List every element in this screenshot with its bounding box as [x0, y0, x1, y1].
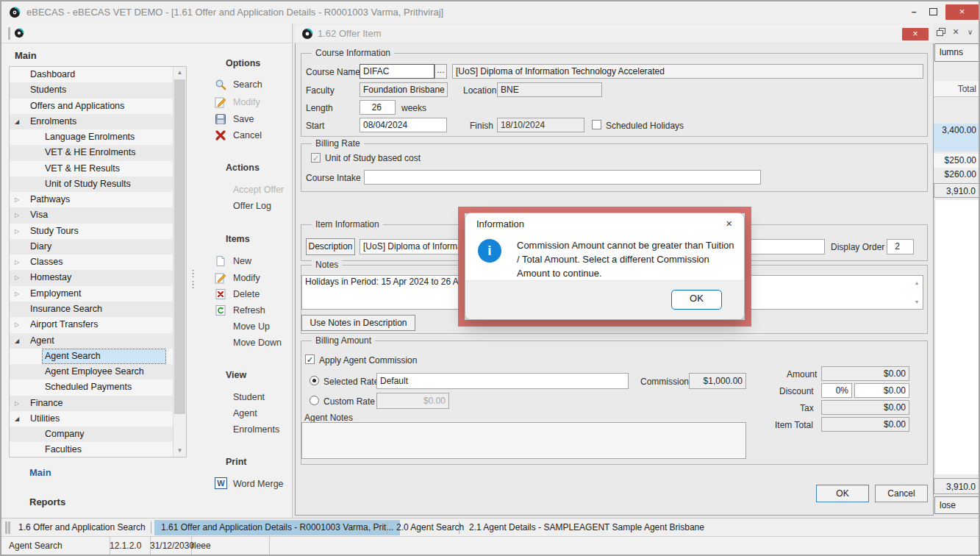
custom-rate-label: Custom Rate: [323, 396, 375, 407]
view-agent[interactable]: Agent: [233, 408, 257, 418]
grid-row-total-2[interactable]: [934, 138, 980, 152]
selected-rate-radio[interactable]: [310, 376, 319, 385]
tree-item-agent[interactable]: ◢Agent: [10, 333, 175, 349]
scroll-down-icon[interactable]: ▼: [174, 445, 186, 457]
tree-item-airport-transfers[interactable]: ▷Airport Transfers: [10, 317, 175, 332]
offer-item-cancel-button[interactable]: Cancel: [875, 485, 928, 502]
nav-section-main[interactable]: Main: [29, 467, 51, 478]
grid-row-total-4[interactable]: $260.00: [934, 168, 980, 182]
course-intake-combo[interactable]: [364, 170, 761, 185]
actions-offer-log[interactable]: Offer Log: [233, 201, 271, 211]
columns-button[interactable]: lumns: [934, 43, 980, 62]
scroll-down-icon[interactable]: ▼: [912, 296, 921, 307]
scrollbar-thumb[interactable]: [174, 79, 185, 414]
scroll-up-icon[interactable]: ▲: [912, 277, 921, 288]
options-save[interactable]: Save: [233, 114, 254, 124]
tree-item-dashboard[interactable]: Dashboard: [10, 67, 175, 82]
tree-item-utilities[interactable]: ◢Utilities: [10, 411, 175, 427]
tree-item-agent-search[interactable]: Agent Search: [10, 349, 175, 364]
expander-open-icon[interactable]: ◢: [15, 411, 25, 427]
grid-row-total-3[interactable]: $250.00: [934, 154, 980, 168]
offer-item-close-button[interactable]: ×: [902, 28, 929, 40]
minimize-button[interactable]: –: [906, 6, 922, 19]
options-cancel[interactable]: Cancel: [233, 130, 262, 140]
tree-item-company[interactable]: Company: [10, 427, 175, 442]
tree-item-offers-and-applications[interactable]: Offers and Applications: [10, 99, 175, 114]
items-refresh[interactable]: Refresh: [233, 305, 265, 316]
tree-item-pathways[interactable]: ▷Pathways: [10, 192, 175, 207]
close-window-button[interactable]: lose: [934, 496, 980, 514]
course-lookup-button[interactable]: …: [434, 64, 447, 79]
expander-closed-icon[interactable]: ▷: [15, 396, 25, 411]
expander-closed-icon[interactable]: ▷: [15, 192, 25, 207]
items-new[interactable]: New: [233, 256, 251, 266]
tree-item-insurance-search[interactable]: Insurance Search: [10, 302, 175, 317]
tree-item-vet-he-enrolments[interactable]: VET & HE Enrolments: [10, 145, 175, 160]
view-student[interactable]: Student: [233, 392, 265, 402]
discount-amount-input[interactable]: $0.00: [854, 383, 909, 398]
tree-item-vet-he-results[interactable]: VET & HE Results: [10, 161, 175, 177]
tree-item-language-enrolments[interactable]: Language Enrolments: [10, 129, 175, 145]
maximize-button[interactable]: [925, 6, 941, 19]
items-delete[interactable]: Delete: [233, 289, 260, 299]
splitter-handle[interactable]: ⋮⋮: [188, 268, 196, 290]
tree-item-homestay[interactable]: ▷Homestay: [10, 270, 175, 285]
notes-scrollbar[interactable]: ▲▼: [912, 277, 921, 307]
tree-item-agent-employee-search[interactable]: Agent Employee Search: [10, 364, 175, 379]
tree-item-diary[interactable]: Diary: [10, 239, 175, 254]
expander-closed-icon[interactable]: ▷: [15, 270, 25, 285]
print-word-merge[interactable]: Word Merge: [233, 479, 284, 489]
use-notes-in-description-button[interactable]: Use Notes in Description: [301, 315, 415, 331]
close-button[interactable]: ×: [945, 4, 979, 20]
selected-rate-combo[interactable]: Default: [376, 373, 629, 389]
view-enrolments[interactable]: Enrolments: [233, 424, 279, 435]
expander-closed-icon[interactable]: ▷: [15, 254, 25, 270]
dialog-close-icon[interactable]: ×: [726, 217, 732, 229]
expander-open-icon[interactable]: ◢: [15, 114, 25, 129]
items-move-up[interactable]: Move Up: [233, 321, 270, 332]
course-name-input[interactable]: DIFAC: [360, 64, 434, 79]
tree-item-students[interactable]: Students: [10, 82, 175, 98]
tree-item-employment[interactable]: ▷Employment: [10, 286, 175, 302]
scroll-up-icon[interactable]: ▲: [174, 67, 186, 79]
length-spinner[interactable]: 26: [360, 100, 396, 115]
options-search[interactable]: Search: [233, 79, 262, 90]
tree-item-classes[interactable]: ▷Classes: [10, 254, 175, 270]
tree-scrollbar[interactable]: ▲ ▼: [173, 67, 186, 457]
mdi-restore-icon[interactable]: [937, 28, 945, 39]
tree-item-unit-of-study-results[interactable]: Unit of Study Results: [10, 177, 175, 192]
billing-rate-legend: Billing Rate: [312, 138, 364, 149]
expander-closed-icon[interactable]: ▷: [15, 224, 25, 239]
tree-item-study-tours[interactable]: ▷Study Tours: [10, 224, 175, 239]
tab-agent-details[interactable]: 2.1 Agent Details - SAMPLEAGENT Sample A…: [462, 520, 711, 535]
custom-rate-radio[interactable]: [310, 396, 319, 405]
tree-item-scheduled-payments[interactable]: Scheduled Payments: [10, 379, 175, 395]
mdi-close-icon[interactable]: ×: [953, 26, 959, 38]
expander-closed-icon[interactable]: ▷: [15, 207, 25, 223]
start-date-combo[interactable]: 08/04/2024: [360, 118, 447, 132]
application-window: eBECAS - eBECAS VET DEMO - [1.61 Offer a…: [0, 0, 980, 556]
expander-closed-icon[interactable]: ▷: [15, 317, 25, 332]
scheduled-holidays-checkbox[interactable]: [592, 120, 601, 129]
tab-offer-application-search[interactable]: 1.6 Offer and Application Search: [12, 520, 152, 535]
information-ok-button[interactable]: OK: [671, 290, 722, 310]
tree-item-visa[interactable]: ▷Visa: [10, 207, 175, 223]
tree-item-enrolments[interactable]: ◢Enrolments: [10, 114, 175, 129]
expander-open-icon[interactable]: ◢: [15, 333, 25, 349]
tree-item-finance[interactable]: ▷Finance: [10, 396, 175, 411]
tree-item-faculties[interactable]: Faculties: [10, 442, 175, 457]
grid-row-total-1[interactable]: 3,400.00: [934, 124, 980, 138]
items-move-down[interactable]: Move Down: [233, 338, 282, 348]
tab-offer-application-details[interactable]: 1.61 Offer and Application Details - R00…: [154, 520, 400, 535]
items-modify[interactable]: Modify: [233, 273, 260, 283]
agent-notes-textarea[interactable]: [301, 422, 746, 459]
display-order-spinner[interactable]: 2: [887, 239, 914, 254]
nav-section-reports[interactable]: Reports: [29, 496, 65, 507]
mdi-chevron-down-icon[interactable]: ∨: [968, 28, 973, 36]
delete-icon: [215, 288, 226, 300]
apply-agent-commission-checkbox[interactable]: ✓: [305, 354, 315, 364]
expander-closed-icon[interactable]: ▷: [15, 286, 25, 302]
discount-percent-input[interactable]: 0%: [821, 383, 852, 398]
offer-item-ok-button[interactable]: OK: [816, 485, 869, 502]
description-button[interactable]: Description: [306, 238, 355, 255]
